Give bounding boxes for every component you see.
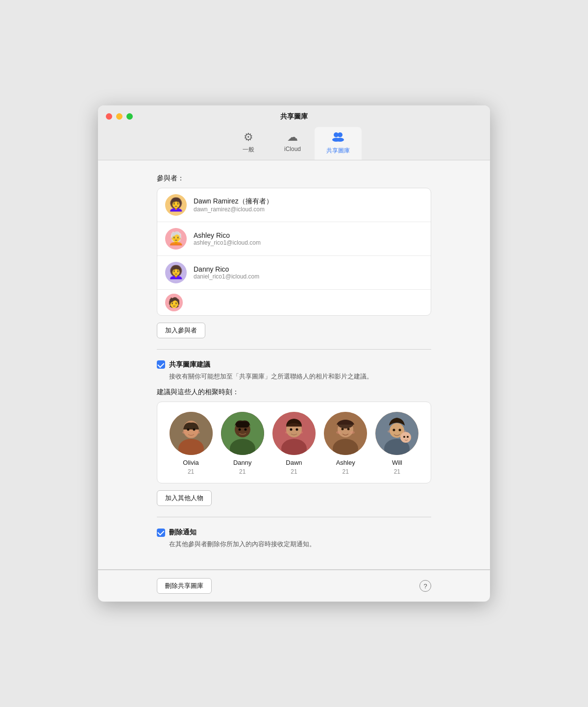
tab-general-label: 一般 xyxy=(243,146,254,154)
delete-shared-library-button[interactable]: 刪除共享圖庫 xyxy=(157,578,212,594)
svg-point-40 xyxy=(400,432,411,443)
svg-rect-17 xyxy=(236,422,249,428)
window-title: 共享圖庫 xyxy=(280,112,308,121)
svg-point-10 xyxy=(182,431,186,434)
divider-2 xyxy=(157,517,431,517)
participants-label: 參與者： xyxy=(157,174,431,183)
minimize-button[interactable] xyxy=(116,113,122,120)
main-content: 參與者： 👩‍🦱 Dawn Ramirez（擁有者） dawn_ramirez@… xyxy=(98,160,490,569)
person-name: Ashley xyxy=(336,459,355,466)
add-participant-button[interactable]: 加入參與者 xyxy=(157,323,205,338)
tab-icloud[interactable]: ☁ iCloud xyxy=(270,127,315,160)
delete-notification-label: 刪除通知 xyxy=(169,528,196,537)
participants-list: 👩‍🦱 Dawn Ramirez（擁有者） dawn_ramirez@iclou… xyxy=(157,188,431,316)
svg-point-11 xyxy=(196,431,200,434)
table-row: 🧑‍🦳 Ashley Rico ashley_rico1@icloud.com xyxy=(157,222,431,256)
avatar: 👩‍🦱 xyxy=(165,262,187,283)
cloud-icon: ☁ xyxy=(287,131,298,144)
participant-info: Dawn Ramirez（擁有者） dawn_ramirez@icloud.co… xyxy=(194,197,273,213)
svg-point-41 xyxy=(403,436,405,438)
participant-info: Danny Rico daniel_rico1@icloud.com xyxy=(194,265,259,280)
svg-point-24 xyxy=(299,431,303,434)
svg-point-36 xyxy=(393,429,395,431)
delete-notification-checkbox[interactable] xyxy=(157,529,165,537)
list-item[interactable]: Will 21 xyxy=(375,412,418,475)
delete-notification-checkbox-row: 刪除通知 xyxy=(157,528,431,537)
svg-point-31 xyxy=(350,431,355,434)
svg-point-30 xyxy=(336,431,341,434)
shared-library-checkbox-row: 共享圖庫建議 xyxy=(157,360,431,369)
person-name: Danny xyxy=(233,459,252,466)
svg-point-22 xyxy=(295,429,298,431)
avatar xyxy=(272,412,316,455)
avatar: 🧑‍🦳 xyxy=(165,228,187,250)
shared-library-description: 接收有關你可能想加至「共享圖庫」之所選聯絡人的相片和影片之建議。 xyxy=(157,372,431,381)
svg-point-42 xyxy=(407,436,409,438)
people-grid: Olivia 21 xyxy=(165,412,423,475)
avatar: 👩‍🦱 xyxy=(165,194,187,216)
svg-point-16 xyxy=(244,429,246,431)
shared-library-checkbox[interactable] xyxy=(157,360,165,369)
svg-point-21 xyxy=(290,429,292,431)
gear-icon: ⚙ xyxy=(244,131,253,144)
list-item[interactable]: Dawn 21 xyxy=(272,412,316,475)
list-item[interactable]: Ashley 21 xyxy=(324,412,367,475)
svg-point-23 xyxy=(285,431,289,434)
help-button[interactable]: ? xyxy=(419,580,431,592)
people-grid-container: Olivia 21 xyxy=(157,402,431,483)
avatar xyxy=(324,412,367,455)
toolbar: ⚙ 一般 ☁ iCloud 共享圖庫 xyxy=(226,127,362,160)
divider-1 xyxy=(157,349,431,350)
person-count: 21 xyxy=(239,468,245,475)
shared-library-icon xyxy=(331,131,345,145)
delete-notification-description: 在其他參與者刪除你所加入的內容時接收定期通知。 xyxy=(157,540,431,549)
close-button[interactable] xyxy=(106,113,112,120)
person-count: 21 xyxy=(394,468,400,475)
tab-shared-library-label: 共享圖庫 xyxy=(326,147,350,155)
traffic-lights xyxy=(106,113,133,120)
avatar xyxy=(221,412,264,455)
participant-info: Ashley Rico ashley_rico1@icloud.com xyxy=(194,231,261,246)
person-count: 21 xyxy=(188,468,194,475)
svg-point-9 xyxy=(193,429,195,431)
svg-point-3 xyxy=(336,138,344,142)
avatar: 🧑 xyxy=(165,294,183,311)
person-name: Dawn xyxy=(286,459,302,466)
avatar xyxy=(375,412,418,455)
tab-shared-library[interactable]: 共享圖庫 xyxy=(315,127,362,160)
participant-name: Danny Rico xyxy=(194,265,259,273)
svg-point-37 xyxy=(399,429,401,431)
svg-point-38 xyxy=(388,430,392,433)
person-name: Will xyxy=(392,459,402,466)
participant-email: daniel_rico1@icloud.com xyxy=(194,273,259,280)
list-item[interactable]: Olivia 21 xyxy=(170,412,213,475)
participant-name: Dawn Ramirez（擁有者） xyxy=(194,197,273,206)
tab-icloud-label: iCloud xyxy=(284,146,301,152)
preferences-window: 共享圖庫 ⚙ 一般 ☁ iCloud xyxy=(98,105,490,602)
participant-name: Ashley Rico xyxy=(194,231,261,239)
participant-email: dawn_ramirez@icloud.com xyxy=(194,206,273,213)
svg-point-15 xyxy=(238,429,241,431)
svg-point-8 xyxy=(187,429,189,431)
shared-library-checkbox-label: 共享圖庫建議 xyxy=(169,360,210,369)
person-count: 21 xyxy=(342,468,348,475)
participant-email: ashley_rico1@icloud.com xyxy=(194,239,261,246)
footer: 刪除共享圖庫 ? xyxy=(98,570,490,602)
person-name: Olivia xyxy=(183,459,199,466)
tab-general[interactable]: ⚙ 一般 xyxy=(226,127,270,160)
table-row: 🧑 xyxy=(157,290,431,315)
table-row: 👩‍🦱 Dawn Ramirez（擁有者） dawn_ramirez@iclou… xyxy=(157,188,431,222)
list-item[interactable]: Danny 21 xyxy=(221,412,264,475)
suggestion-label: 建議與這些人的相聚時刻： xyxy=(157,388,431,397)
maximize-button[interactable] xyxy=(126,113,133,120)
add-people-button[interactable]: 加入其他人物 xyxy=(157,490,212,506)
svg-point-1 xyxy=(338,132,343,137)
table-row: 👩‍🦱 Danny Rico daniel_rico1@icloud.com xyxy=(157,256,431,290)
avatar xyxy=(170,412,213,455)
person-count: 21 xyxy=(291,468,297,475)
